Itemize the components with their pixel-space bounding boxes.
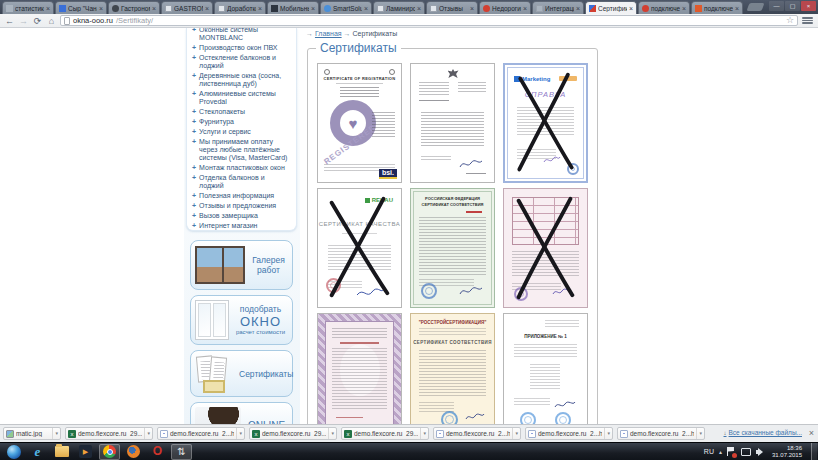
volume-icon[interactable] <box>756 447 765 456</box>
browser-tab[interactable]: подключени× <box>638 1 690 14</box>
tab-close-icon[interactable]: × <box>99 5 103 12</box>
certificate-thumb-marketing-crossed[interactable]: Marketing СПРАВКА <box>503 63 588 183</box>
tab-close-icon[interactable]: × <box>629 5 633 12</box>
network-icon[interactable] <box>741 448 751 456</box>
browser-menu-icon[interactable] <box>801 16 814 25</box>
sidebar-menu-item[interactable]: +Стеклопакеты <box>192 108 291 116</box>
tab-close-icon[interactable]: × <box>682 5 686 12</box>
download-item-menu-caret[interactable]: ▾ <box>604 428 610 439</box>
address-bar[interactable]: okna-ooo.ru /Sertifikaty/ ☆ <box>60 15 798 26</box>
tab-close-icon[interactable]: × <box>470 5 474 12</box>
download-item-menu-caret[interactable]: ▾ <box>236 428 242 439</box>
taskbar-icon-start[interactable] <box>3 444 24 460</box>
action-center-flag-icon[interactable] <box>727 447 736 457</box>
tab-close-icon[interactable]: × <box>364 5 368 12</box>
browser-tab[interactable]: подключени× <box>691 1 743 14</box>
close-button[interactable]: × <box>801 1 816 11</box>
taskbar-icon-firefox[interactable] <box>123 444 144 460</box>
certificate-thumb-bsi-registration[interactable]: CERTIFICATE OF REGISTRATION ♥ REGISTERED… <box>317 63 402 183</box>
certificate-thumb-official-letter[interactable] <box>410 63 495 183</box>
certificate-thumb-sanitary-ornate[interactable] <box>317 313 402 424</box>
browser-tab[interactable]: Отзывы× <box>426 1 478 14</box>
tab-close-icon[interactable]: × <box>152 5 156 12</box>
download-item-menu-caret[interactable]: ▾ <box>512 428 518 439</box>
home-button[interactable]: ⌂ <box>46 15 57 27</box>
download-item[interactable]: demo.flexcore.ru_2...html▾ <box>617 427 705 440</box>
browser-tab[interactable]: GASTRONOM× <box>161 1 213 14</box>
tab-close-icon[interactable]: × <box>735 5 739 12</box>
back-button[interactable]: ← <box>4 15 15 27</box>
sidebar-menu-item[interactable]: +Монтаж пластиковых окон <box>192 164 291 172</box>
download-item-menu-caret[interactable]: ▾ <box>52 428 58 439</box>
sidebar-menu-item[interactable]: +Отделка балконов и лоджий <box>192 174 291 190</box>
tab-close-icon[interactable]: × <box>311 5 315 12</box>
download-item[interactable]: demo.flexcore.ru_29....csv▾ <box>341 427 429 440</box>
tab-close-icon[interactable]: × <box>576 5 580 12</box>
widget-window-calculator[interactable]: подобрать ОКНО расчет стоимости <box>190 295 293 345</box>
sidebar-menu-item[interactable]: +Полезная информация <box>192 192 291 200</box>
browser-tab[interactable]: Ламиниров× <box>373 1 425 14</box>
certificate-thumb-pink-crossed[interactable] <box>503 188 588 308</box>
sidebar-menu-item[interactable]: +Алюминиевые системы Provedal <box>192 90 291 106</box>
browser-tab[interactable]: Интеграции× <box>532 1 584 14</box>
browser-tab[interactable]: Недорогие× <box>479 1 531 14</box>
download-item[interactable]: demo.flexcore.ru_2...html▾ <box>525 427 613 440</box>
taskbar-icon-media-player[interactable]: ▶ <box>75 444 96 460</box>
sidebar-menu-item[interactable]: +Производство окон ПВХ <box>192 44 291 52</box>
download-item[interactable]: demo.flexcore.ru_29....csv▾ <box>65 427 153 440</box>
download-item-menu-caret[interactable]: ▾ <box>144 428 150 439</box>
download-item[interactable]: demo.flexcore.ru_29....csv▾ <box>249 427 337 440</box>
reload-button[interactable]: ⟳ <box>32 15 43 27</box>
sidebar-menu-item[interactable]: +Фурнитура <box>192 118 291 126</box>
taskbar-icon-opera[interactable]: O <box>147 444 168 460</box>
minimize-button[interactable]: — <box>769 1 784 11</box>
sidebar-menu-item[interactable]: +Оконные системы MONTBLANC <box>192 28 291 42</box>
sidebar-menu-item[interactable]: +Интернет магазин <box>192 222 291 230</box>
show-all-downloads-link[interactable]: ↓ Все скачанные файлы... <box>724 429 802 436</box>
download-item[interactable]: matic.jpg▾ <box>3 427 61 440</box>
downloads-bar-close-icon[interactable]: × <box>809 428 814 438</box>
browser-tab[interactable]: Гастрономи× <box>108 1 160 14</box>
certificate-thumb-attachment-1[interactable]: ПРИЛОЖЕНИЕ № 1 <box>503 313 588 424</box>
taskbar-icon-file-transfer[interactable]: ⇅ <box>171 444 192 460</box>
browser-tab[interactable]: SmartSoluti× <box>320 1 372 14</box>
widget-online-consultant[interactable]: ONLINE <box>190 402 293 424</box>
clock[interactable]: 18:36 31.07.2015 <box>770 445 804 459</box>
widget-certificates[interactable]: Сертификаты <box>190 350 293 397</box>
download-item[interactable]: demo.flexcore.ru_2...html▾ <box>157 427 245 440</box>
browser-tab[interactable]: Доработки× <box>214 1 266 14</box>
download-item-menu-caret[interactable]: ▾ <box>696 428 702 439</box>
certificate-thumb-rosstroy[interactable]: "РОССТРОЙСЕРТИФИКАЦИЯ" СЕРТИФИКАТ СООТВЕ… <box>410 313 495 424</box>
maximize-button[interactable]: ▢ <box>785 1 800 11</box>
widget-gallery[interactable]: Галерея работ <box>190 240 293 290</box>
download-item-menu-caret[interactable]: ▾ <box>328 428 334 439</box>
taskbar-icon-file-explorer[interactable] <box>51 444 72 460</box>
taskbar-icon-chrome[interactable] <box>99 444 120 460</box>
sidebar-menu-item[interactable]: +Деревянные окна (сосна, лиственница дуб… <box>192 72 291 88</box>
tab-close-icon[interactable]: × <box>417 5 421 12</box>
tab-close-icon[interactable]: × <box>205 5 209 12</box>
bookmark-star-icon[interactable]: ☆ <box>786 16 794 25</box>
download-item-menu-caret[interactable]: ▾ <box>420 428 426 439</box>
sidebar-menu-item[interactable]: +Вызов замерщика <box>192 212 291 220</box>
breadcrumb-home-link[interactable]: Главная <box>315 30 342 37</box>
browser-tab[interactable]: статистика× <box>2 1 54 14</box>
language-indicator[interactable]: RU <box>704 448 714 455</box>
sidebar-menu-item[interactable]: +Отзывы и предложения <box>192 202 291 210</box>
tab-close-icon[interactable]: × <box>258 5 262 12</box>
browser-tab[interactable]: Сыр "Чанах"× <box>55 1 107 14</box>
show-desktop-button[interactable] <box>811 443 817 460</box>
sidebar-menu-item[interactable]: +Мы принимаем оплату через любые платёжн… <box>192 138 291 162</box>
download-item[interactable]: demo.flexcore.ru_2...html▾ <box>433 427 521 440</box>
tray-expand-icon[interactable]: ▴ <box>719 448 722 455</box>
browser-tab[interactable]: Мобильный× <box>267 1 319 14</box>
browser-tab[interactable]: Сертификат× <box>585 1 637 14</box>
taskbar-icon-internet-explorer[interactable]: e <box>27 444 48 460</box>
sidebar-menu-item[interactable]: +Остекление балконов и лоджий <box>192 54 291 70</box>
tab-close-icon[interactable]: × <box>46 5 50 12</box>
certificate-thumb-rehau-quality-crossed[interactable]: REHAU СЕРТИФИКАТ КАЧЕСТВА <box>317 188 402 308</box>
forward-button[interactable]: → <box>18 15 29 27</box>
new-tab-button[interactable] <box>747 3 765 11</box>
certificate-thumb-conformity-green[interactable]: РОССИЙСКАЯ ФЕДЕРАЦИЯ СЕРТИФИКАТ СООТВЕТС… <box>410 188 495 308</box>
tab-close-icon[interactable]: × <box>523 5 527 12</box>
